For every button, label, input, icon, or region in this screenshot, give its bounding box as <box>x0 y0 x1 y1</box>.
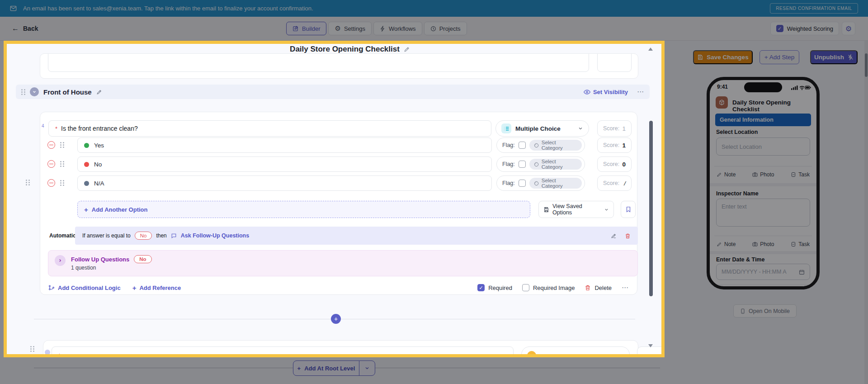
location-select-field[interactable]: Select Location <box>716 137 810 156</box>
open-on-mobile-label: Open On Mobile <box>749 308 790 314</box>
attachment-actions-row: Note Photo Task <box>714 239 812 249</box>
drag-handle-icon[interactable] <box>60 142 64 148</box>
add-step-button[interactable]: + Add Step <box>760 50 799 64</box>
select-category-button[interactable]: Select Category <box>529 140 582 151</box>
set-visibility-button[interactable]: Set Visibility <box>584 89 628 95</box>
builder-canvas: Daily Store Opening Checklist Front of H… <box>4 41 665 357</box>
tab-builder[interactable]: Builder <box>286 22 326 35</box>
checklist-settings-button[interactable]: ⚙ <box>842 22 855 35</box>
automation-action-link[interactable]: Ask Follow-Up Questions <box>181 232 249 239</box>
flag-checkbox[interactable]: ✓ <box>519 161 526 168</box>
preview-app-title: Daily Store Opening Checklist <box>732 99 816 113</box>
bookmark-button[interactable] <box>621 201 636 218</box>
chat-bubble-icon <box>171 233 177 239</box>
datetime-field[interactable]: MM/DD/YYYY - HH:MM A <box>716 264 810 280</box>
save-changes-button[interactable]: Save Changes <box>693 50 753 64</box>
option-input[interactable]: N/A <box>77 175 492 191</box>
drag-handle-icon[interactable] <box>60 180 64 186</box>
add-question-button[interactable]: + <box>331 314 341 324</box>
lightning-icon <box>380 26 386 32</box>
add-reference-link[interactable]: + Add Reference <box>132 284 181 292</box>
required-toggle[interactable]: ✓ Required <box>477 284 512 291</box>
answer-type-select[interactable] <box>521 346 630 357</box>
weighted-scoring-label: Weighted Scoring <box>787 25 833 32</box>
note-button[interactable]: Note <box>717 241 736 247</box>
follow-up-count: 1 question <box>71 265 96 271</box>
status-time: 9:41 <box>717 84 728 90</box>
note-button[interactable]: Note <box>717 171 736 178</box>
tab-workflows[interactable]: Workflows <box>373 22 422 35</box>
option-score-input[interactable]: Score: / <box>597 175 632 191</box>
question-text-input[interactable]: * <box>52 346 514 357</box>
photo-button[interactable]: Photo <box>752 171 774 178</box>
drag-handle-icon[interactable] <box>30 346 34 352</box>
question-score-input[interactable]: Score: 1 <box>597 120 632 137</box>
add-at-root-level-button[interactable]: + Add At Root Level <box>293 360 375 376</box>
weighted-scoring-checkbox[interactable]: ✓ <box>776 25 783 32</box>
answer-type-select[interactable]: Multiple Choice <box>495 120 589 137</box>
edit-pencil-icon[interactable] <box>96 89 102 95</box>
inspector-name-field[interactable]: Enter text <box>716 199 810 227</box>
score-input-partial[interactable] <box>637 346 665 357</box>
add-at-root-caret[interactable] <box>359 361 375 375</box>
dim-overlay <box>0 357 868 384</box>
required-marker: * <box>58 352 61 358</box>
select-category-button[interactable]: Select Category <box>529 178 582 189</box>
flag-label: Flag: <box>502 142 515 148</box>
required-image-toggle[interactable]: ✓ Required Image <box>522 284 575 291</box>
question-more-menu[interactable]: ⋯ <box>622 284 629 292</box>
delete-question-button[interactable]: Delete <box>585 284 612 291</box>
collapse-section-button[interactable] <box>30 87 39 96</box>
chevron-down-icon <box>578 126 583 131</box>
option-input[interactable]: Yes <box>77 137 492 153</box>
option-input[interactable]: No <box>77 156 492 172</box>
flag-checkbox[interactable]: ✓ <box>519 142 526 149</box>
option-score-input[interactable]: Score: 1 <box>597 137 632 153</box>
view-saved-options-dropdown[interactable]: View Saved Options <box>538 201 614 218</box>
flag-group: Flag: ✓ Select Category <box>496 137 585 153</box>
tab-settings[interactable]: ⚙ Settings <box>328 22 371 35</box>
select-category-label: Select Category <box>542 159 577 170</box>
option-score-input[interactable]: Score: 0 <box>597 156 632 172</box>
add-conditional-logic-link[interactable]: Add Conditional Logic <box>48 284 121 291</box>
score-input-partial[interactable] <box>597 53 632 72</box>
tab-projects[interactable]: Projects <box>424 22 467 35</box>
add-step-label: + Add Step <box>764 54 794 61</box>
delete-automation-icon[interactable] <box>625 233 631 239</box>
option-color-dot <box>84 162 89 167</box>
edit-pencil-icon[interactable] <box>404 46 410 52</box>
unpublish-button[interactable]: Unpublish <box>810 50 858 64</box>
drag-handle-icon[interactable] <box>21 89 25 95</box>
question-text-input[interactable]: * Is the front entrance clean? <box>48 120 491 137</box>
remove-option-icon[interactable] <box>47 179 55 187</box>
canvas-scrollbar-thumb[interactable] <box>649 121 653 296</box>
task-button[interactable]: Task <box>791 241 810 247</box>
task-button[interactable]: Task <box>791 171 810 178</box>
gear-icon: ⚙ <box>845 24 852 33</box>
page-scrollbar[interactable] <box>864 41 868 384</box>
expand-follow-up-button[interactable] <box>55 255 66 266</box>
required-image-checkbox[interactable]: ✓ <box>522 284 529 291</box>
automation-condition-value: No <box>135 232 152 240</box>
scroll-up-arrow[interactable] <box>648 47 653 51</box>
resend-confirmation-button[interactable]: RESEND CONFIRMATION EMAIL <box>770 3 858 14</box>
question-input-partial[interactable] <box>48 53 589 72</box>
tab-projects-label: Projects <box>439 25 461 32</box>
edit-automation-icon[interactable] <box>611 233 617 239</box>
add-another-option-button[interactable]: + Add Another Option <box>77 201 530 218</box>
photo-button[interactable]: Photo <box>752 241 774 247</box>
weighted-scoring-toggle[interactable]: ✓ Weighted Scoring <box>770 22 839 35</box>
page-scrollbar-thumb[interactable] <box>865 53 868 77</box>
section-more-menu[interactable]: ⋯ <box>637 88 644 96</box>
drag-handle-icon[interactable] <box>60 161 64 167</box>
select-category-button[interactable]: Select Category <box>529 159 582 170</box>
open-on-mobile-button[interactable]: Open On Mobile <box>733 304 797 318</box>
remove-option-icon[interactable] <box>47 141 55 149</box>
flag-checkbox[interactable]: ✓ <box>519 180 526 187</box>
back-button[interactable]: ← Back <box>12 22 38 35</box>
add-another-option-label: Add Another Option <box>92 206 148 213</box>
remove-option-icon[interactable] <box>47 160 55 168</box>
required-checkbox[interactable]: ✓ <box>477 284 485 291</box>
scroll-down-arrow[interactable] <box>648 344 653 347</box>
drag-handle-icon[interactable] <box>26 180 30 185</box>
